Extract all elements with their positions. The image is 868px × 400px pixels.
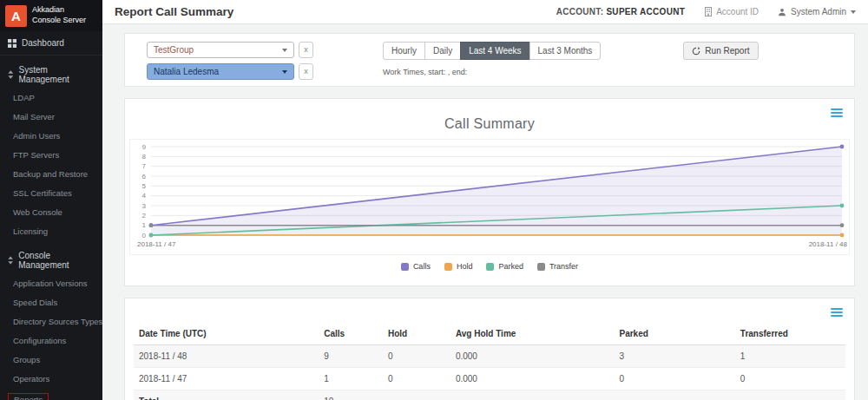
- active-item-highlight: Reports: [8, 393, 49, 400]
- chart-legend: CallsHoldParkedTransfer: [125, 262, 854, 271]
- sidebar-item-groups[interactable]: Groups: [0, 351, 102, 370]
- chart-menu-icon[interactable]: [831, 107, 843, 119]
- column-header-calls: Calls: [319, 323, 383, 345]
- table-header-row: Date Time (UTC)CallsHoldAvg Hold TimePar…: [134, 323, 845, 345]
- sidebar-item-licensing[interactable]: Licensing: [0, 222, 102, 241]
- table-cell: 0: [735, 368, 845, 390]
- sidebar-item-ldap[interactable]: LDAP: [0, 89, 102, 108]
- svg-text:3: 3: [142, 202, 147, 210]
- sidebar: A Akkadian Console Server Dashboard Syst…: [0, 0, 102, 400]
- svg-text:1: 1: [142, 221, 147, 229]
- table-cell: 2018-11 / 48: [134, 345, 319, 368]
- select-column: TestGroup x Natalia Ledesma x: [147, 42, 313, 85]
- sidebar-item-mail-server[interactable]: Mail Server: [0, 108, 102, 127]
- account-name: SUPER ACCOUNT: [606, 7, 685, 16]
- range-button-daily[interactable]: Daily: [424, 42, 461, 60]
- user-menu[interactable]: System Admin: [778, 7, 856, 16]
- column-header-hold: Hold: [383, 323, 450, 345]
- table-cell: [735, 390, 845, 400]
- summary-table: Date Time (UTC)CallsHoldAvg Hold TimePar…: [134, 323, 845, 400]
- chart-area: 01234567892018-11 / 472018-11 / 48: [129, 139, 850, 255]
- topbar-right: ACCOUNT: SUPER ACCOUNT Account ID System…: [556, 7, 856, 16]
- sidebar-item-configurations[interactable]: Configurations: [0, 331, 102, 351]
- brand-line2: Console Server: [32, 16, 86, 26]
- top-bar: Report Call Summary ACCOUNT: SUPER ACCOU…: [102, 0, 868, 24]
- legend-item-transfer[interactable]: Transfer: [537, 262, 578, 271]
- remove-group-button[interactable]: x: [299, 42, 313, 58]
- legend-item-hold[interactable]: Hold: [444, 262, 473, 271]
- chevron-down-icon: [851, 10, 856, 14]
- sidebar-item-operators[interactable]: Operators: [0, 370, 102, 389]
- svg-text:9: 9: [142, 143, 147, 151]
- legend-item-parked[interactable]: Parked: [486, 262, 523, 271]
- user-icon: [778, 8, 786, 16]
- sidebar-item-ftp-servers[interactable]: FTP Servers: [0, 146, 102, 165]
- sidebar-item-admin-users[interactable]: Admin Users: [0, 127, 102, 146]
- remove-operator-button[interactable]: x: [299, 63, 313, 80]
- filters-panel: TestGroup x Natalia Ledesma x HourlyDail…: [124, 33, 855, 87]
- sidebar-item-dashboard[interactable]: Dashboard: [0, 31, 102, 56]
- table-cell: 1: [735, 345, 845, 368]
- svg-text:2018-11 / 48: 2018-11 / 48: [809, 240, 848, 248]
- legend-label: Parked: [498, 262, 523, 271]
- svg-text:2: 2: [142, 212, 147, 220]
- svg-text:4: 4: [142, 192, 147, 200]
- account-id-button[interactable]: Account ID: [704, 7, 759, 16]
- sidebar-item-backup-and-restore[interactable]: Backup and Restore: [0, 165, 102, 184]
- legend-label: Calls: [413, 262, 431, 271]
- operator-select[interactable]: Natalia Ledesma: [147, 63, 294, 80]
- table-total-row: Total10: [134, 390, 845, 400]
- work-times-label: Work Times, start: , end:: [383, 68, 601, 76]
- table-row: 2018-11 / 48900.00031: [134, 345, 845, 368]
- chart-title: Call Summary: [125, 116, 854, 132]
- legend-swatch: [401, 263, 409, 271]
- table-cell: 9: [319, 345, 383, 368]
- column-header-transferred: Transferred: [735, 323, 845, 345]
- column-header-parked: Parked: [614, 323, 734, 345]
- range-button-last-3-months[interactable]: Last 3 Months: [529, 42, 602, 60]
- page-title: Report Call Summary: [115, 5, 233, 18]
- section-label: Console Management: [18, 251, 95, 270]
- legend-label: Hold: [457, 262, 473, 271]
- sidebar-section-console-management[interactable]: Console Management: [0, 244, 102, 274]
- sidebar-item-web-console[interactable]: Web Console: [0, 203, 102, 222]
- sort-arrows-icon: [8, 256, 13, 265]
- table-cell: 0: [614, 368, 734, 390]
- sidebar-nav: System ManagementLDAPMail ServerAdmin Us…: [0, 58, 102, 400]
- group-select-value: TestGroup: [154, 45, 194, 55]
- sidebar-item-ssl-certificates[interactable]: SSL Certificates: [0, 184, 102, 203]
- sidebar-item-directory-sources-types[interactable]: Directory Sources Types: [0, 312, 102, 331]
- range-button-hourly[interactable]: Hourly: [383, 42, 425, 60]
- table-menu-icon[interactable]: [831, 306, 843, 318]
- table-cell: 0: [383, 368, 450, 390]
- operator-select-value: Natalia Ledesma: [154, 67, 219, 76]
- table-cell: 10: [319, 390, 383, 400]
- table-cell: 1: [319, 368, 383, 390]
- table-cell: [450, 390, 615, 400]
- chart-panel: Call Summary 01234567892018-11 / 472018-…: [124, 98, 855, 286]
- sidebar-item-speed-dials[interactable]: Speed Dials: [0, 293, 102, 312]
- svg-text:2018-11 / 47: 2018-11 / 47: [137, 240, 176, 248]
- dashboard-icon: [8, 39, 16, 48]
- run-report-button[interactable]: Run Report: [683, 42, 758, 60]
- account-label: ACCOUNT:: [556, 7, 604, 16]
- building-icon: [704, 7, 713, 16]
- group-select[interactable]: TestGroup: [147, 42, 294, 58]
- sidebar-section-system-management[interactable]: System Management: [0, 58, 102, 89]
- brand-line1: Akkadian: [32, 5, 86, 16]
- table-cell: [614, 390, 734, 400]
- table-cell: 2018-11 / 47: [134, 368, 319, 390]
- run-report-label: Run Report: [705, 46, 749, 56]
- sidebar-item-application-versions[interactable]: Application Versions: [0, 274, 102, 293]
- table-cell: [383, 390, 450, 400]
- table-cell: Total: [134, 390, 319, 400]
- table-cell: 0.000: [450, 345, 615, 368]
- table-cell: 0.000: [450, 368, 615, 390]
- svg-text:7: 7: [142, 162, 147, 170]
- legend-item-calls[interactable]: Calls: [401, 262, 431, 271]
- legend-label: Transfer: [549, 262, 578, 271]
- legend-swatch: [444, 263, 452, 271]
- range-button-last-4-weeks[interactable]: Last 4 Weeks: [460, 42, 529, 60]
- section-label: System Management: [18, 65, 95, 84]
- sidebar-item-reports[interactable]: Reports: [0, 389, 102, 400]
